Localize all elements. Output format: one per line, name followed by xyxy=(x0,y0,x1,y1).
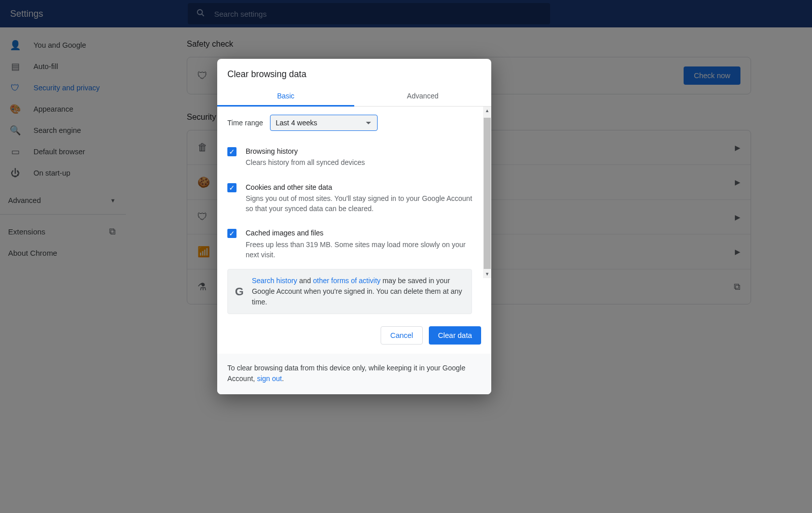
dialog-actions: Cancel Clear data xyxy=(217,314,491,354)
dialog-tabs: Basic Advanced xyxy=(217,87,491,107)
clear-browsing-data-dialog: Clear browsing data Basic Advanced ▲ ▼ T… xyxy=(217,59,491,394)
other-activity-link[interactable]: other forms of activity xyxy=(313,277,381,285)
google-icon: G xyxy=(235,285,244,298)
check-row-history: ✓ Browsing history Clears history from a… xyxy=(227,141,481,173)
check-title: Browsing history xyxy=(246,146,365,156)
google-account-info: G Search history and other forms of acti… xyxy=(227,269,472,314)
time-range-label: Time range xyxy=(227,119,263,127)
search-history-link[interactable]: Search history xyxy=(252,277,297,285)
time-range-value: Last 4 weeks xyxy=(276,119,317,127)
dropdown-icon xyxy=(366,122,371,124)
tab-advanced[interactable]: Advanced xyxy=(354,87,491,106)
scroll-down-icon[interactable]: ▼ xyxy=(483,270,491,278)
dialog-body: ▲ ▼ Time range Last 4 weeks ✓ Browsing h… xyxy=(217,107,491,314)
sign-out-link[interactable]: sign out xyxy=(257,374,282,383)
info-text: Search history and other forms of activi… xyxy=(252,276,464,307)
dialog-footer: To clear browsing data from this device … xyxy=(217,354,491,394)
check-title: Cookies and other site data xyxy=(246,182,477,192)
checkbox-cookies[interactable]: ✓ xyxy=(227,183,236,192)
tab-basic[interactable]: Basic xyxy=(217,87,354,106)
check-title: Cached images and files xyxy=(246,228,477,238)
checkbox-cache[interactable]: ✓ xyxy=(227,229,236,238)
scroll-up-icon[interactable]: ▲ xyxy=(483,107,491,115)
check-desc: Frees up less than 319 MB. Some sites ma… xyxy=(246,240,477,260)
check-row-cache: ✓ Cached images and files Frees up less … xyxy=(227,223,481,265)
dialog-title: Clear browsing data xyxy=(217,59,491,87)
check-desc: Clears history from all synced devices xyxy=(246,157,365,167)
cancel-button[interactable]: Cancel xyxy=(381,326,423,345)
check-row-cookies: ✓ Cookies and other site data Signs you … xyxy=(227,177,481,219)
time-range-select[interactable]: Last 4 weeks xyxy=(270,115,378,131)
scrollbar[interactable]: ▲ ▼ xyxy=(483,107,491,278)
check-desc: Signs you out of most sites. You'll stay… xyxy=(246,193,477,214)
checkbox-history[interactable]: ✓ xyxy=(227,147,236,156)
scrollbar-thumb[interactable] xyxy=(484,118,491,269)
clear-data-button[interactable]: Clear data xyxy=(429,326,481,345)
